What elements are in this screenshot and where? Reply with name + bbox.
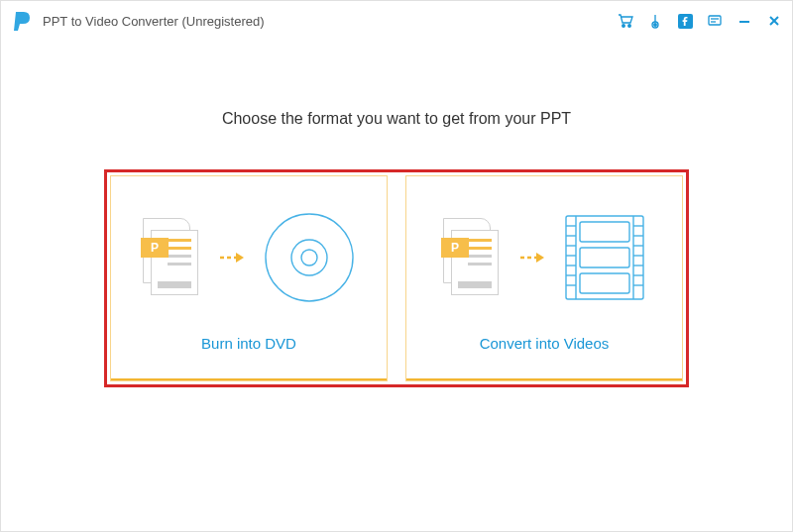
svg-rect-17 — [580, 222, 629, 242]
app-logo-icon — [11, 9, 35, 33]
headline: Choose the format you want to get from y… — [222, 110, 571, 128]
svg-point-3 — [654, 24, 657, 27]
option-convert-video[interactable]: P — [405, 175, 683, 381]
option-dvd-graphic: P — [111, 204, 387, 311]
ppt-document-icon: P — [143, 218, 200, 297]
ppt-tag: P — [441, 238, 469, 258]
temperature-icon[interactable] — [647, 13, 663, 29]
titlebar-right — [618, 13, 782, 29]
main-content: Choose the format you want to get from y… — [1, 41, 792, 531]
titlebar: PPT to Video Converter (Unregistered) — [1, 1, 792, 41]
option-dvd-label: Burn into DVD — [201, 335, 296, 352]
facebook-icon[interactable] — [677, 13, 693, 29]
dvd-disc-icon — [264, 212, 355, 303]
arrow-icon — [518, 250, 546, 266]
svg-point-1 — [628, 25, 631, 28]
app-title: PPT to Video Converter (Unregistered) — [43, 14, 265, 29]
ppt-tag: P — [141, 238, 169, 258]
close-icon[interactable] — [766, 13, 782, 29]
svg-point-0 — [623, 25, 625, 28]
menu-icon[interactable] — [707, 13, 723, 29]
titlebar-left: PPT to Video Converter (Unregistered) — [11, 9, 265, 33]
svg-rect-19 — [580, 273, 629, 293]
video-film-icon — [564, 212, 645, 303]
svg-rect-5 — [709, 16, 721, 25]
card-underline — [406, 378, 682, 380]
minimize-icon[interactable] — [736, 13, 752, 29]
option-burn-dvd[interactable]: P — [110, 175, 388, 381]
options-highlight: P — [104, 169, 689, 387]
arrow-icon — [218, 250, 246, 266]
option-video-label: Convert into Videos — [480, 335, 610, 352]
svg-point-13 — [291, 240, 327, 275]
card-underline — [111, 378, 387, 380]
svg-point-12 — [266, 214, 353, 301]
svg-point-14 — [301, 250, 317, 266]
svg-rect-16 — [566, 216, 643, 299]
option-video-graphic: P — [406, 204, 682, 311]
window-frame: PPT to Video Converter (Unregistered) — [0, 0, 793, 532]
svg-rect-18 — [580, 248, 629, 267]
ppt-document-icon: P — [443, 218, 501, 297]
cart-icon[interactable] — [618, 13, 633, 29]
